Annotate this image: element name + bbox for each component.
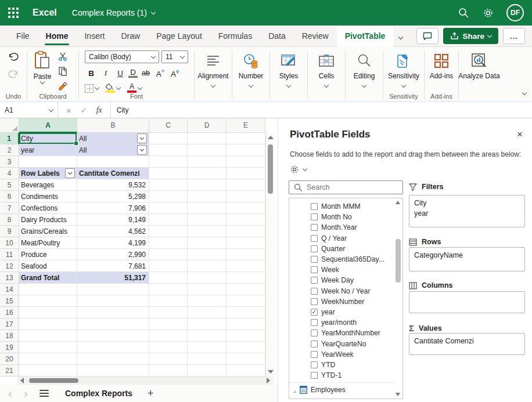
avatar[interactable]: DF: [506, 4, 524, 21]
checkbox-unchecked[interactable]: [311, 213, 318, 220]
cell-D16[interactable]: [188, 307, 227, 318]
filter-field-year[interactable]: year: [409, 208, 524, 219]
bold-button[interactable]: B: [85, 69, 98, 78]
cell-E1[interactable]: [227, 133, 265, 144]
cell-D17[interactable]: [188, 318, 227, 330]
checkbox-unchecked[interactable]: [311, 372, 318, 379]
cell-A19[interactable]: [19, 342, 77, 353]
cell-A21[interactable]: [19, 365, 77, 376]
cell-D3[interactable]: [188, 156, 227, 168]
number-button[interactable]: Number: [232, 47, 269, 102]
cell-C5[interactable]: [149, 179, 188, 191]
field-item-week-no-year[interactable]: Week No / Year: [289, 286, 394, 296]
cell-D1[interactable]: [188, 133, 227, 144]
cell-C4[interactable]: [149, 168, 188, 179]
field-item-week-day[interactable]: Week Day: [289, 275, 394, 285]
cell-B10[interactable]: 4,199: [77, 237, 149, 249]
font-color-button[interactable]: A: [127, 84, 142, 93]
cell-E3[interactable]: [227, 156, 265, 168]
cell-C2[interactable]: [149, 144, 188, 156]
field-item-q-year[interactable]: Q / Year: [289, 233, 394, 244]
field-item-ytd[interactable]: YTD: [289, 360, 394, 370]
field-item-yearmonthnumber[interactable]: YearMonthNumber: [289, 328, 394, 338]
cell-A17[interactable]: [19, 318, 77, 330]
cell-B1[interactable]: All: [77, 133, 149, 144]
cell-E2[interactable]: [227, 144, 265, 156]
cell-E6[interactable]: [227, 191, 265, 202]
row-header-21[interactable]: 21: [0, 365, 19, 376]
column-header-e[interactable]: E: [227, 118, 265, 133]
row-header-11[interactable]: 11: [0, 249, 19, 260]
cell-B11[interactable]: 2,990: [77, 249, 149, 260]
copy-button[interactable]: [57, 66, 68, 76]
cell-A3[interactable]: [19, 156, 77, 168]
scroll-up-arrow[interactable]: [396, 201, 400, 204]
cell-A7[interactable]: Confections: [19, 202, 77, 214]
cell-E8[interactable]: [227, 214, 265, 226]
cell-D18[interactable]: [188, 330, 227, 342]
formula-input[interactable]: City: [111, 106, 129, 114]
cell-D5[interactable]: [188, 179, 227, 191]
row-field-categoryname[interactable]: CategoryName: [409, 250, 524, 260]
horizontal-scroll-thumb[interactable]: [29, 378, 78, 383]
field-item-year[interactable]: ✓year: [289, 307, 394, 317]
cell-D15[interactable]: [188, 295, 227, 307]
row-header-20[interactable]: 20: [0, 353, 19, 365]
column-header-a[interactable]: A: [19, 118, 77, 133]
cell-B19[interactable]: [77, 342, 149, 353]
tab-pivottable[interactable]: PivotTable: [337, 26, 394, 47]
cell-C9[interactable]: [149, 226, 188, 237]
row-header-6[interactable]: 6: [0, 191, 19, 202]
cell-C11[interactable]: [149, 249, 188, 260]
cell-A20[interactable]: [19, 353, 77, 365]
cell-A9[interactable]: Grains/Cereals: [19, 226, 77, 237]
cell-E7[interactable]: [227, 202, 265, 214]
cell-A11[interactable]: Produce: [19, 249, 77, 260]
cell-D19[interactable]: [188, 342, 227, 353]
row-header-16[interactable]: 16: [0, 307, 19, 318]
field-item-month-year[interactable]: Month.Year: [289, 222, 394, 233]
font-size-select[interactable]: 11: [161, 50, 188, 63]
row-labels-filter-button[interactable]: [65, 168, 75, 178]
cut-button[interactable]: [57, 52, 68, 61]
cell-D21[interactable]: [188, 365, 227, 376]
values-area-box[interactable]: Cantitate Comenzi: [409, 333, 525, 355]
field-item-weeknumber[interactable]: WeekNumber: [289, 296, 394, 307]
row-header-10[interactable]: 10: [0, 237, 19, 249]
comments-button[interactable]: [416, 28, 438, 44]
editing-button[interactable]: Editing: [346, 47, 383, 102]
scroll-right-arrow[interactable]: [267, 378, 270, 383]
cell-B3[interactable]: [77, 156, 149, 168]
cell-B15[interactable]: [77, 295, 149, 307]
expand-icon[interactable]: ⌜: [293, 386, 296, 394]
row-header-19[interactable]: 19: [0, 342, 19, 353]
strikethrough-button[interactable]: ab: [139, 69, 152, 77]
vertical-scrollbar[interactable]: [265, 133, 274, 376]
styles-button[interactable]: Styles: [270, 47, 307, 102]
table-item-employees[interactable]: ⌜ Employees: [289, 382, 394, 396]
cell-B7[interactable]: 7,906: [77, 202, 149, 214]
checkbox-unchecked[interactable]: [311, 277, 318, 284]
field-item-quarter[interactable]: Quarter: [289, 244, 394, 254]
cell-A16[interactable]: [19, 307, 77, 318]
cell-E14[interactable]: [227, 284, 265, 295]
checkbox-unchecked[interactable]: [311, 256, 318, 263]
filters-area-box[interactable]: Cityyear: [409, 195, 525, 227]
cell-E19[interactable]: [227, 342, 265, 353]
cell-C1[interactable]: [149, 133, 188, 144]
cell-E15[interactable]: [227, 295, 265, 307]
field-search-input[interactable]: Search: [289, 180, 403, 194]
cell-C17[interactable]: [149, 318, 188, 330]
row-header-13[interactable]: 13: [0, 272, 19, 284]
select-all-corner[interactable]: [0, 118, 19, 133]
cell-B14[interactable]: [77, 284, 149, 295]
cell-E4[interactable]: [227, 168, 265, 179]
row-header-17[interactable]: 17: [0, 318, 19, 330]
redo-button[interactable]: [8, 69, 19, 79]
borders-button[interactable]: [85, 84, 99, 93]
column-header-b[interactable]: B: [77, 118, 149, 133]
rows-area-box[interactable]: CategoryName: [409, 247, 525, 271]
tab-formulas[interactable]: Formulas: [210, 26, 260, 47]
row-header-14[interactable]: 14: [0, 284, 19, 295]
cells-button[interactable]: Cells: [308, 47, 345, 102]
